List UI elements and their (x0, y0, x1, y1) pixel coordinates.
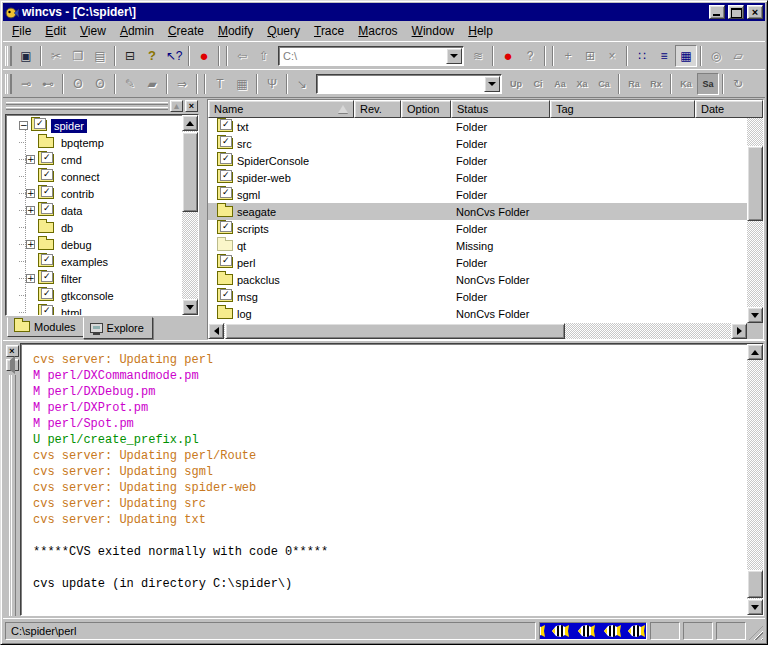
menu-item-macros[interactable]: Macros (351, 22, 404, 40)
print-button[interactable]: ⊟ (119, 45, 141, 67)
copy-button[interactable]: ❐ (67, 45, 89, 67)
tree-item-label[interactable]: spider (51, 119, 87, 133)
module-combo[interactable] (316, 74, 502, 94)
module-combo-dropdown[interactable] (484, 76, 500, 92)
stop-cvs-button[interactable]: ● (497, 45, 519, 67)
view-report-button[interactable]: ▦ (675, 45, 697, 67)
column-header[interactable]: Rev. (354, 100, 401, 118)
goto-button[interactable]: ↘ (291, 73, 313, 95)
tree-item[interactable]: gtkconsole (6, 287, 182, 304)
save-button[interactable]: ▣ (15, 45, 37, 67)
cut-button[interactable]: ✂ (45, 45, 67, 67)
file-row[interactable]: seagate NonCvs Folder (208, 203, 747, 220)
file-row[interactable]: scripts Folder (208, 220, 747, 237)
query-remove-button[interactable]: Rx (645, 73, 667, 95)
menu-item-view[interactable]: View (73, 22, 113, 40)
scroll-thumb[interactable] (747, 146, 763, 221)
file-row[interactable]: sgml Folder (208, 186, 747, 203)
file-row[interactable]: SpiderConsole Folder (208, 152, 747, 169)
menu-item-help[interactable]: Help (461, 22, 500, 40)
commit-button[interactable]: Ci (527, 73, 549, 95)
cvs-help-button[interactable]: ? (519, 45, 541, 67)
create-button[interactable]: Ca (593, 73, 615, 95)
menu-item-create[interactable]: Create (161, 22, 211, 40)
tree-item[interactable]: html (6, 304, 182, 315)
tab-modules[interactable]: Modules (7, 317, 85, 337)
tree-item-label[interactable]: data (58, 204, 85, 218)
tree-item[interactable]: + filter (6, 270, 182, 287)
console-output[interactable]: cvs server: Updating perl M perl/DXComma… (20, 343, 764, 616)
scroll-thumb[interactable] (182, 132, 198, 212)
text-report-button[interactable]: T (209, 73, 231, 95)
tree-item-label[interactable]: filter (58, 272, 85, 286)
scroll-up-button[interactable] (182, 115, 198, 131)
tree-vertical-scrollbar[interactable] (182, 115, 198, 315)
add-binary-button[interactable]: ⊞ (579, 45, 601, 67)
menu-item-edit[interactable]: Edit (38, 22, 73, 40)
tree-item-label[interactable]: connect (58, 170, 103, 184)
view-flat-button[interactable]: ∷ (631, 45, 653, 67)
menu-item-query[interactable]: Query (260, 22, 307, 40)
menu-item-admin[interactable]: Admin (113, 22, 161, 40)
tree-expander[interactable]: + (26, 206, 35, 215)
tree-item-label[interactable]: examples (58, 255, 111, 269)
scroll-thumb[interactable] (225, 323, 565, 339)
file-row[interactable]: packclus NonCvs Folder (208, 271, 747, 288)
path-combo[interactable]: C:\ (278, 46, 464, 66)
tree-item[interactable]: + debug (6, 236, 182, 253)
tree-expander[interactable]: + (26, 189, 35, 198)
tab-explore[interactable]: Explore (83, 317, 153, 339)
tree-item-label[interactable]: bpqtemp (58, 136, 107, 150)
tree-item[interactable]: + contrib (6, 185, 182, 202)
help-button[interactable]: ? (141, 45, 163, 67)
menu-item-modify[interactable]: Modify (211, 22, 260, 40)
context-help-button[interactable]: ↖? (163, 45, 185, 67)
tree-item-label[interactable]: html (58, 306, 85, 316)
file-row[interactable]: msg Folder (208, 288, 747, 305)
menu-item-window[interactable]: Window (405, 22, 462, 40)
path-combo-dropdown[interactable] (446, 48, 462, 64)
tree-item-label[interactable]: debug (58, 238, 95, 252)
tree-expander[interactable]: + (26, 240, 35, 249)
file-row[interactable]: spider-web Folder (208, 169, 747, 186)
menu-item-file[interactable]: File (5, 22, 38, 40)
minimize-button[interactable] (709, 5, 725, 19)
tree-expander[interactable]: − (19, 121, 28, 130)
stop-button[interactable]: ● (193, 45, 215, 67)
add-file-button[interactable]: + (557, 45, 579, 67)
search-button[interactable]: ◎ (705, 45, 727, 67)
title-bar[interactable]: wincvs - [C:\spider\] × (3, 3, 765, 21)
tree-report-button[interactable]: Ψ (261, 73, 283, 95)
update-button[interactable]: Up (505, 73, 527, 95)
scroll-right-button[interactable] (731, 323, 747, 339)
scroll-down-button[interactable] (747, 599, 763, 615)
scroll-up-button[interactable] (747, 344, 763, 360)
paste-button[interactable]: ▤ (89, 45, 111, 67)
console-dock-button[interactable] (6, 359, 19, 371)
explore-folder-button[interactable]: ▱ (727, 45, 749, 67)
view-changes-button[interactable]: ʘ (67, 73, 89, 95)
console-vertical-scrollbar[interactable] (747, 344, 763, 615)
query-update-button[interactable]: Ra (623, 73, 645, 95)
column-header[interactable]: Date (695, 100, 763, 118)
view-tree-button[interactable]: ≡ (653, 45, 675, 67)
run-cvs-button[interactable]: ⇒ (171, 73, 193, 95)
file-row[interactable]: qt Missing (208, 237, 747, 254)
erase-button[interactable]: ▰ (141, 73, 163, 95)
resize-grip[interactable] (749, 626, 763, 640)
pane-close-button[interactable]: × (185, 100, 198, 112)
tree-expander[interactable]: + (26, 155, 35, 164)
scroll-left-button[interactable] (208, 323, 224, 339)
pane-splitter[interactable] (200, 98, 207, 340)
column-header[interactable]: Tag (550, 100, 695, 118)
tree-item[interactable]: examples (6, 253, 182, 270)
list-vertical-scrollbar[interactable] (747, 118, 763, 323)
toolbar-gripper[interactable] (5, 74, 12, 94)
console-gripper[interactable]: × (4, 343, 20, 616)
tree-item-label[interactable]: db (58, 221, 76, 235)
tree-item-label[interactable]: cmd (58, 153, 85, 167)
column-header[interactable]: Status (451, 100, 550, 118)
tree-item[interactable]: + data (6, 202, 182, 219)
edit-file-button[interactable]: ✎ (119, 73, 141, 95)
scroll-thumb[interactable] (747, 570, 763, 598)
